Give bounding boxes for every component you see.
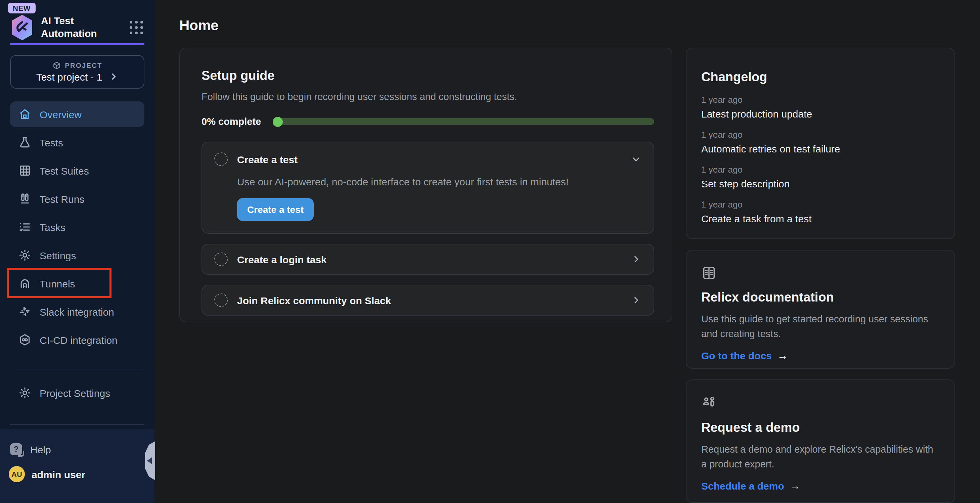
incomplete-step-icon bbox=[214, 253, 228, 266]
step-description: Use our AI-powered, no-code interface to… bbox=[237, 176, 641, 187]
step-title: Create a login task bbox=[237, 253, 327, 265]
sidebar-nav: Overview Tests Test Suites Test Runs bbox=[0, 102, 154, 355]
sidebar-item-settings[interactable]: Settings bbox=[10, 242, 145, 268]
step-header[interactable]: Create a test bbox=[214, 153, 641, 166]
slack-icon bbox=[18, 305, 32, 318]
people-icon bbox=[701, 401, 718, 413]
changelog-time: 1 year ago bbox=[701, 199, 940, 210]
user-name: admin user bbox=[32, 468, 85, 480]
accent-divider bbox=[10, 43, 145, 45]
changelog-entry: 1 year ago Automatic retries on test fai… bbox=[701, 130, 940, 154]
incomplete-step-icon bbox=[214, 293, 228, 307]
user-menu[interactable]: AU admin user bbox=[0, 455, 154, 482]
documentation-description: Use this guide to get started recording … bbox=[701, 312, 940, 342]
changelog-entry-title: Set step description bbox=[701, 178, 940, 189]
table-grid-icon bbox=[18, 164, 32, 177]
chevron-down-icon[interactable] bbox=[631, 154, 641, 164]
new-badge: NEW bbox=[8, 3, 35, 13]
changelog-entry: 1 year ago Set step description bbox=[701, 164, 940, 189]
create-a-test-button[interactable]: Create a test bbox=[237, 198, 314, 221]
sidebar-item-label: Tasks bbox=[40, 221, 65, 233]
chevron-right-icon bbox=[631, 254, 641, 264]
sidebar-item-label: Project Settings bbox=[40, 387, 110, 399]
link-label: Go to the docs bbox=[701, 350, 772, 361]
request-demo-description: Request a demo and explore Relicx's capa… bbox=[701, 442, 940, 472]
sidebar-item-label: Test Runs bbox=[40, 193, 84, 204]
app-logo-row: AI Test Automation bbox=[10, 14, 116, 41]
step-title: Create a test bbox=[237, 153, 298, 165]
app-title: AI Test Automation bbox=[41, 15, 116, 40]
project-label: PROJECT bbox=[65, 62, 102, 69]
sidebar-item-label: CI-CD integration bbox=[40, 334, 118, 345]
setup-guide-title: Setup guide bbox=[202, 68, 654, 83]
sidebar-item-slack-integration[interactable]: Slack integration bbox=[10, 299, 145, 325]
app-root: NEW AI Test Automation bbox=[0, 0, 980, 503]
changelog-time: 1 year ago bbox=[701, 130, 940, 140]
setup-step-create-login-task[interactable]: Create a login task bbox=[202, 244, 654, 275]
sidebar-item-test-runs[interactable]: Test Runs bbox=[10, 186, 145, 212]
cube-icon bbox=[52, 61, 61, 70]
request-demo-card: Request a demo Request a demo and explor… bbox=[686, 379, 955, 503]
sidebar-item-overview[interactable]: Overview bbox=[10, 102, 145, 127]
progress-knob bbox=[272, 116, 282, 127]
sidebar-item-cicd-integration[interactable]: CI-CD integration bbox=[10, 327, 145, 353]
app-logo-icon bbox=[10, 14, 34, 41]
step-title: Join Relicx community on Slack bbox=[237, 294, 391, 306]
sidebar: NEW AI Test Automation bbox=[0, 0, 154, 503]
help-button[interactable]: ? Help bbox=[0, 429, 154, 455]
avatar: AU bbox=[9, 466, 25, 482]
link-label: Schedule a demo bbox=[701, 481, 784, 492]
changelog-title: Changelog bbox=[701, 70, 940, 84]
task-list-icon bbox=[18, 220, 32, 234]
changelog-entry: 1 year ago Create a task from a test bbox=[701, 199, 940, 224]
changelog-time: 1 year ago bbox=[701, 164, 940, 175]
sidebar-item-tasks[interactable]: Tasks bbox=[10, 214, 145, 240]
test-runs-icon bbox=[18, 192, 32, 205]
documentation-title: Relicx documentation bbox=[701, 290, 940, 305]
schedule-demo-link[interactable]: Schedule a demo → bbox=[701, 480, 940, 492]
sidebar-secondary-nav: Project Settings bbox=[0, 380, 154, 408]
changelog-entry-title: Create a task from a test bbox=[701, 213, 940, 224]
progress-bar bbox=[273, 118, 654, 125]
documentation-card: Relicx documentation Use this guide to g… bbox=[686, 250, 955, 369]
changelog-time: 1 year ago bbox=[701, 95, 940, 105]
chevron-right-icon bbox=[631, 295, 641, 306]
arrow-right-icon: → bbox=[789, 480, 800, 492]
sidebar-item-tunnels[interactable]: Tunnels bbox=[10, 271, 145, 296]
sidebar-item-test-suites[interactable]: Test Suites bbox=[10, 158, 145, 183]
sidebar-item-label: Tests bbox=[40, 137, 63, 148]
setup-step-create-a-test: Create a test Use our AI-powered, no-cod… bbox=[202, 142, 654, 234]
setup-guide-card: Setup guide Follow this guide to begin r… bbox=[179, 48, 672, 322]
sidebar-item-label: Overview bbox=[40, 108, 82, 120]
changelog-entry: 1 year ago Latest production update bbox=[701, 95, 940, 119]
request-demo-title: Request a demo bbox=[701, 420, 940, 435]
collapse-left-arrow-icon bbox=[147, 457, 152, 464]
chevron-right-icon bbox=[109, 72, 118, 81]
sidebar-item-label: Settings bbox=[40, 250, 76, 261]
sidebar-divider bbox=[10, 369, 145, 369]
arrow-right-icon: → bbox=[777, 350, 788, 362]
help-chat-icon: ? bbox=[10, 443, 22, 455]
sidebar-item-project-settings[interactable]: Project Settings bbox=[10, 380, 145, 406]
tunnel-icon bbox=[18, 277, 32, 290]
help-label: Help bbox=[30, 444, 51, 455]
project-selector[interactable]: PROJECT Test project - 1 bbox=[10, 55, 145, 89]
flask-icon bbox=[18, 136, 32, 149]
cicd-icon bbox=[18, 333, 32, 347]
sidebar-item-label: Tunnels bbox=[40, 278, 75, 289]
app-switcher-icon[interactable] bbox=[130, 21, 143, 34]
page-title: Home bbox=[179, 18, 219, 33]
home-icon bbox=[18, 107, 32, 121]
setup-guide-description: Follow this guide to begin recording use… bbox=[202, 91, 654, 102]
project-name: Test project - 1 bbox=[36, 71, 102, 83]
book-icon bbox=[701, 271, 717, 283]
changelog-entry-title: Automatic retries on test failure bbox=[701, 143, 940, 154]
setup-step-join-slack-community[interactable]: Join Relicx community on Slack bbox=[202, 285, 654, 316]
sidebar-divider bbox=[10, 424, 145, 425]
setup-progress: 0% complete bbox=[202, 116, 654, 127]
gear-icon bbox=[18, 248, 32, 262]
incomplete-step-icon bbox=[214, 153, 228, 166]
sidebar-item-tests[interactable]: Tests bbox=[10, 130, 145, 155]
go-to-docs-link[interactable]: Go to the docs → bbox=[701, 350, 940, 362]
sidebar-item-label: Test Suites bbox=[40, 165, 89, 176]
